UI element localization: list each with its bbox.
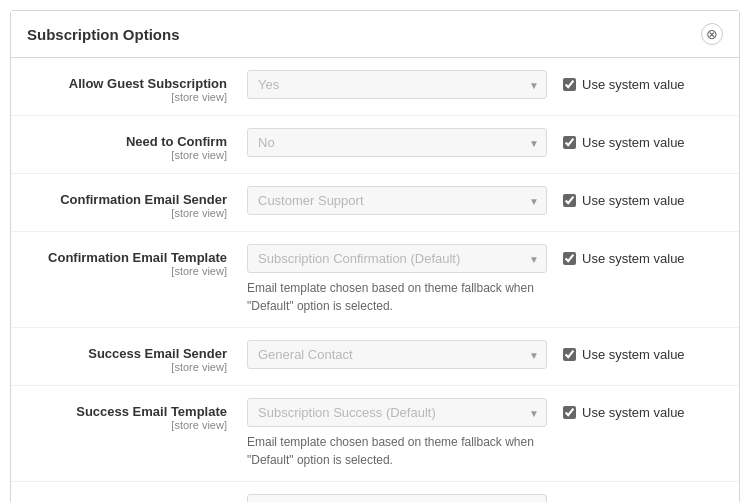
system-value-checkbox-allow-guest[interactable]: [563, 78, 576, 91]
system-value-label-confirmation-email-template: Use system value: [582, 251, 685, 266]
select-wrapper-allow-guest: YesNo▼: [247, 70, 547, 99]
system-value-label-confirmation-email-sender: Use system value: [582, 193, 685, 208]
field-input-row-confirmation-email-sender: Customer SupportGeneral ContactSales Rep…: [247, 186, 723, 215]
field-label-success-email-template: Success Email Template[store view]: [27, 398, 247, 431]
system-value-checkbox-need-to-confirm[interactable]: [563, 136, 576, 149]
field-label-unsubscription-email-sender: Unsubscription Email Sender[store view]: [27, 494, 247, 502]
select-need-to-confirm[interactable]: NoYes: [247, 128, 547, 157]
panel-body: Allow Guest Subscription[store view]YesN…: [11, 58, 739, 502]
subscription-options-panel: Subscription Options ⊗ Allow Guest Subsc…: [10, 10, 740, 502]
select-confirmation-email-template[interactable]: Subscription Confirmation (Default): [247, 244, 547, 273]
hint-text-success-email-template: Email template chosen based on theme fal…: [247, 433, 547, 469]
form-row-confirmation-email-template: Confirmation Email Template[store view]S…: [11, 232, 739, 328]
form-row-success-email-sender: Success Email Sender[store view]General …: [11, 328, 739, 386]
field-control-confirmation-email-sender: Customer SupportGeneral ContactSales Rep…: [247, 186, 723, 215]
system-value-allow-guest: Use system value: [563, 77, 713, 92]
field-control-confirmation-email-template: Subscription Confirmation (Default)▼Use …: [247, 244, 723, 315]
field-label-sub-need-to-confirm: [store view]: [27, 149, 227, 161]
field-label-success-email-sender: Success Email Sender[store view]: [27, 340, 247, 373]
field-input-row-confirmation-email-template: Subscription Confirmation (Default)▼Use …: [247, 244, 723, 273]
field-label-sub-success-email-template: [store view]: [27, 419, 227, 431]
select-unsubscription-email-sender[interactable]: Customer SupportGeneral ContactSales Rep…: [247, 494, 547, 502]
system-value-success-email-sender: Use system value: [563, 347, 713, 362]
form-row-allow-guest: Allow Guest Subscription[store view]YesN…: [11, 58, 739, 116]
field-control-need-to-confirm: NoYes▼Use system value: [247, 128, 723, 157]
system-value-need-to-confirm: Use system value: [563, 135, 713, 150]
select-wrapper-success-email-template: Subscription Success (Default)▼: [247, 398, 547, 427]
field-label-main-allow-guest: Allow Guest Subscription: [27, 76, 227, 91]
field-control-success-email-sender: General ContactCustomer SupportSales Rep…: [247, 340, 723, 369]
field-input-row-unsubscription-email-sender: Customer SupportGeneral ContactSales Rep…: [247, 494, 723, 502]
select-wrapper-confirmation-email-sender: Customer SupportGeneral ContactSales Rep…: [247, 186, 547, 215]
field-label-main-success-email-template: Success Email Template: [27, 404, 227, 419]
panel-title: Subscription Options: [27, 26, 180, 43]
form-row-unsubscription-email-sender: Unsubscription Email Sender[store view]C…: [11, 482, 739, 502]
system-value-label-success-email-sender: Use system value: [582, 347, 685, 362]
system-value-confirmation-email-template: Use system value: [563, 251, 713, 266]
field-label-main-success-email-sender: Success Email Sender: [27, 346, 227, 361]
panel-header: Subscription Options ⊗: [11, 11, 739, 58]
field-label-confirmation-email-sender: Confirmation Email Sender[store view]: [27, 186, 247, 219]
system-value-label-success-email-template: Use system value: [582, 405, 685, 420]
field-label-sub-confirmation-email-sender: [store view]: [27, 207, 227, 219]
select-success-email-template[interactable]: Subscription Success (Default): [247, 398, 547, 427]
system-value-checkbox-confirmation-email-sender[interactable]: [563, 194, 576, 207]
field-label-sub-success-email-sender: [store view]: [27, 361, 227, 373]
field-label-main-confirmation-email-sender: Confirmation Email Sender: [27, 192, 227, 207]
system-value-label-need-to-confirm: Use system value: [582, 135, 685, 150]
form-row-need-to-confirm: Need to Confirm[store view]NoYes▼Use sys…: [11, 116, 739, 174]
field-label-need-to-confirm: Need to Confirm[store view]: [27, 128, 247, 161]
field-label-main-confirmation-email-template: Confirmation Email Template: [27, 250, 227, 265]
system-value-checkbox-confirmation-email-template[interactable]: [563, 252, 576, 265]
system-value-checkbox-success-email-template[interactable]: [563, 406, 576, 419]
field-label-allow-guest: Allow Guest Subscription[store view]: [27, 70, 247, 103]
select-wrapper-need-to-confirm: NoYes▼: [247, 128, 547, 157]
select-confirmation-email-sender[interactable]: Customer SupportGeneral ContactSales Rep…: [247, 186, 547, 215]
collapse-icon: ⊗: [706, 27, 718, 41]
select-wrapper-unsubscription-email-sender: Customer SupportGeneral ContactSales Rep…: [247, 494, 547, 502]
select-allow-guest[interactable]: YesNo: [247, 70, 547, 99]
system-value-label-allow-guest: Use system value: [582, 77, 685, 92]
field-label-sub-allow-guest: [store view]: [27, 91, 227, 103]
select-success-email-sender[interactable]: General ContactCustomer SupportSales Rep…: [247, 340, 547, 369]
collapse-button[interactable]: ⊗: [701, 23, 723, 45]
field-input-row-allow-guest: YesNo▼Use system value: [247, 70, 723, 99]
field-input-row-success-email-sender: General ContactCustomer SupportSales Rep…: [247, 340, 723, 369]
field-label-sub-confirmation-email-template: [store view]: [27, 265, 227, 277]
field-control-unsubscription-email-sender: Customer SupportGeneral ContactSales Rep…: [247, 494, 723, 502]
system-value-checkbox-success-email-sender[interactable]: [563, 348, 576, 361]
field-control-allow-guest: YesNo▼Use system value: [247, 70, 723, 99]
system-value-confirmation-email-sender: Use system value: [563, 193, 713, 208]
select-wrapper-success-email-sender: General ContactCustomer SupportSales Rep…: [247, 340, 547, 369]
field-control-success-email-template: Subscription Success (Default)▼Use syste…: [247, 398, 723, 469]
form-row-success-email-template: Success Email Template[store view]Subscr…: [11, 386, 739, 482]
select-wrapper-confirmation-email-template: Subscription Confirmation (Default)▼: [247, 244, 547, 273]
hint-text-confirmation-email-template: Email template chosen based on theme fal…: [247, 279, 547, 315]
form-row-confirmation-email-sender: Confirmation Email Sender[store view]Cus…: [11, 174, 739, 232]
field-label-confirmation-email-template: Confirmation Email Template[store view]: [27, 244, 247, 277]
field-input-row-success-email-template: Subscription Success (Default)▼Use syste…: [247, 398, 723, 427]
field-input-row-need-to-confirm: NoYes▼Use system value: [247, 128, 723, 157]
system-value-success-email-template: Use system value: [563, 405, 713, 420]
field-label-main-need-to-confirm: Need to Confirm: [27, 134, 227, 149]
